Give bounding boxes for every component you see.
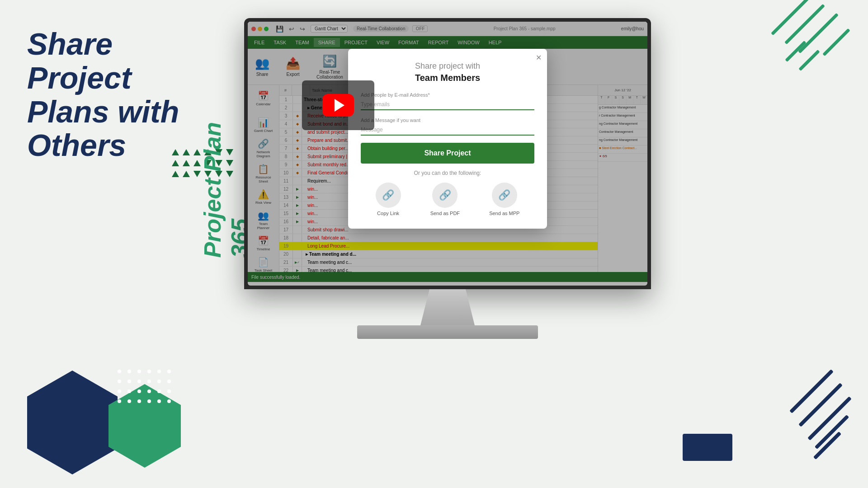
dialog-close-button[interactable]: ✕	[536, 53, 542, 62]
title-line2: Plans with	[27, 94, 179, 129]
monitor-stand	[402, 289, 493, 325]
monitor-screen: 💾 ↩ ↪ Gantt Chart Real-Time Collaboratio…	[244, 18, 651, 289]
share-options: 🔗 Copy Link 🔗 Send as PDF 🔗 Send as MPP	[361, 183, 534, 216]
youtube-play-button[interactable]	[322, 94, 354, 117]
copy-link-icon: 🔗	[376, 183, 401, 208]
send-mpp-label: Send as MPP	[489, 211, 519, 216]
send-pdf-icon: 🔗	[432, 183, 458, 208]
dialog-overlay: ✕ Share project with Team Members Add Pe…	[248, 22, 647, 286]
send-pdf-option[interactable]: 🔗 Send as PDF	[430, 183, 460, 216]
copy-link-label: Copy Link	[377, 211, 399, 216]
share-dialog: ✕ Share project with Team Members Add Pe…	[348, 49, 547, 229]
copy-link-option[interactable]: 🔗 Copy Link	[376, 183, 401, 216]
dialog-title: Share project with	[361, 61, 534, 71]
dialog-subtitle: Team Members	[361, 73, 534, 83]
monitor-base	[357, 325, 538, 339]
main-title: Share Project Plans with Others	[27, 27, 222, 162]
youtube-play-overlay[interactable]	[302, 80, 374, 130]
message-field-label: Add a Message if you want	[361, 117, 534, 123]
send-mpp-option[interactable]: 🔗 Send as MPP	[489, 183, 519, 216]
email-field-label: Add People by E-mail Address*	[361, 92, 534, 98]
share-project-button[interactable]: Share Project	[361, 143, 534, 164]
brand-name: Project Plan	[199, 122, 226, 258]
title-line1: Share Project	[27, 27, 132, 95]
title-line3: Others	[27, 128, 126, 162]
or-text: Or you can do the following:	[361, 170, 534, 176]
monitor: 💾 ↩ ↪ Gantt Chart Real-Time Collaboratio…	[244, 18, 651, 339]
screen-content: 💾 ↩ ↪ Gantt Chart Real-Time Collaboratio…	[248, 22, 647, 286]
send-mpp-icon: 🔗	[492, 183, 517, 208]
page-title-area: Share Project Plans with Others	[27, 27, 222, 162]
message-input[interactable]	[361, 125, 534, 136]
send-pdf-label: Send as PDF	[430, 211, 460, 216]
email-input[interactable]	[361, 99, 534, 110]
play-triangle-icon	[335, 99, 344, 112]
